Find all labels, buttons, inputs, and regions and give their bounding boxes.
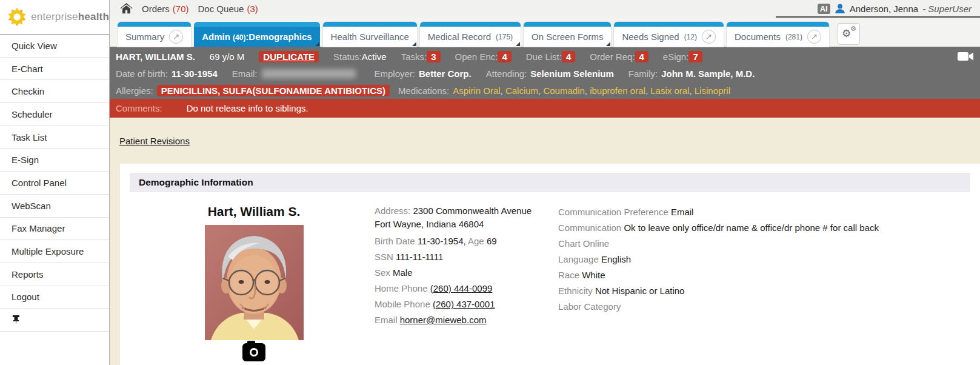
sidebar-item-reports[interactable]: Reports	[0, 263, 109, 286]
esign-label: eSign:	[663, 52, 689, 62]
comments-label: Comments:	[110, 103, 162, 113]
user-area: AI Anderson, Jenna - SuperUser	[818, 3, 980, 14]
tab-dropdown-corner	[315, 42, 319, 46]
patient-photo-column: Hart, William S.	[120, 204, 375, 361]
mobile-phone-link[interactable]: (260) 437-0001	[433, 299, 495, 309]
tab-dropdown-corner	[412, 42, 416, 46]
sidebar-item-scheduler[interactable]: Scheduler	[0, 103, 109, 126]
patient-banner-row-1: HART, WILLIAM S. 69 y/o M DUPLICATE Stat…	[110, 48, 980, 65]
open-enc-count-badge[interactable]: 4	[498, 51, 511, 62]
email-field: Email horner@mieweb.com	[375, 312, 558, 328]
patient-name: HART, WILLIAM S.	[116, 52, 195, 62]
ssn-field: SSN 111-11-1111	[375, 249, 558, 265]
doc-queue-link[interactable]: Doc Queue(3)	[198, 4, 258, 14]
main-content: Patient Revisions Demographic Informatio…	[110, 118, 980, 365]
user-name[interactable]: Anderson, Jenna	[850, 4, 918, 14]
camera-icon	[247, 341, 255, 345]
sidebar-item-multiple-exposure[interactable]: Multiple Exposure	[0, 240, 109, 263]
attending-label: Attending:	[486, 69, 527, 79]
tab-health-surveillance[interactable]: Health Surveillance	[323, 22, 417, 47]
home-phone-link[interactable]: (260) 444-0099	[430, 283, 493, 293]
open-in-new-icon[interactable]: ↗	[702, 30, 716, 44]
tasks-label: Tasks:	[401, 52, 427, 62]
video-camera-icon[interactable]	[958, 51, 974, 62]
chart-tab-bar: Summary ↗ Admin (40):Demographics Health…	[110, 17, 980, 47]
medication-link[interactable]: ibuprofen oral	[590, 85, 645, 96]
due-list-label: Due List:	[526, 52, 562, 62]
medication-link[interactable]: Lasix oral	[650, 85, 689, 96]
chart-online-field: Chart Online	[558, 236, 980, 252]
language-field: Language English	[558, 252, 980, 267]
employer-value: Better Corp.	[419, 69, 472, 79]
duplicate-badge[interactable]: DUPLICATE	[259, 51, 319, 62]
demographics-column-left: Address: 2300 Commonwealth Avenue Fort W…	[375, 204, 558, 361]
patient-age-sex: 69 y/o M	[210, 52, 245, 62]
medication-link[interactable]: Aspirin Oral	[453, 85, 500, 96]
ai-badge[interactable]: AI	[818, 4, 830, 14]
demographics-column-right: Communication Preference Email Communica…	[558, 204, 980, 361]
patient-revisions-link[interactable]: Patient Revisions	[119, 136, 190, 146]
tab-summary[interactable]: Summary ↗	[118, 22, 191, 47]
allergies-badge[interactable]: PENICILLINS, SULFA(SULFONAMIDE ANTIBIOTI…	[157, 85, 390, 96]
esign-count-badge[interactable]: 7	[688, 51, 702, 62]
pushpin-icon	[12, 315, 21, 325]
home-phone-field: Home Phone (260) 444-0099	[375, 281, 558, 296]
sidebar-pin-toggle[interactable]	[0, 309, 109, 332]
email-redacted-value	[262, 69, 356, 78]
sidebar-item-e-chart[interactable]: E-Chart	[0, 58, 109, 81]
tab-settings-button[interactable]: ⚙ ⚙	[838, 23, 860, 45]
user-role: - SuperUser	[922, 4, 972, 14]
tab-admin-demographics[interactable]: Admin (40):Demographics	[194, 22, 319, 47]
tasks-count-badge[interactable]: 3	[427, 51, 440, 62]
tab-medical-record[interactable]: Medical Record (175)	[420, 22, 521, 47]
status-label: Status:	[333, 52, 362, 62]
gear-icon: ⚙	[850, 25, 856, 32]
comments-bar: Comments: Do not release info to sibling…	[110, 99, 980, 118]
sidebar-item-e-sign[interactable]: E-Sign	[0, 149, 109, 172]
upload-photo-button[interactable]	[242, 343, 265, 361]
tab-on-screen-forms[interactable]: On Screen Forms	[524, 22, 611, 47]
labor-category-field: Labor Category	[558, 299, 980, 315]
birth-date-field: Birth Date 11-30-1954, Age 69	[375, 233, 558, 249]
patient-banner-row-2: Date of birth: 11-30-1954 Email: Employe…	[110, 65, 980, 82]
tab-documents[interactable]: Documents (281) ↗	[727, 22, 829, 47]
comments-text: Do not release info to siblings.	[187, 103, 308, 113]
status-value: Active	[362, 52, 387, 62]
sunburst-logo-icon	[7, 4, 27, 30]
banner-email-label: Email:	[232, 69, 258, 79]
user-icon	[835, 3, 845, 14]
sidebar-item-checkin[interactable]: Checkin	[0, 80, 109, 103]
mobile-phone-field: Mobile Phone (260) 437-0001	[375, 296, 558, 312]
due-list-count-badge[interactable]: 4	[562, 51, 575, 62]
patient-banner-row-3: Allergies: PENICILLINS, SULFA(SULFONAMID…	[110, 82, 980, 99]
orders-link[interactable]: Orders(70)	[142, 4, 189, 14]
tab-dropdown-corner	[516, 42, 520, 46]
communication-preference-field: Communication Preference Email	[558, 204, 980, 220]
order-req-count-badge[interactable]: 4	[635, 51, 648, 62]
medication-link[interactable]: Lisinopril	[695, 85, 730, 96]
open-in-new-icon[interactable]: ↗	[807, 30, 821, 44]
top-bar: Orders(70) Doc Queue(3) AI Anderson, Jen…	[110, 0, 980, 17]
tab-needs-signed[interactable]: Needs Signed (12) ↗	[614, 22, 724, 47]
open-in-new-icon[interactable]: ↗	[169, 30, 183, 44]
medication-link[interactable]: Coumadin	[543, 85, 584, 96]
attending-value: Selenium Selenium	[530, 69, 614, 79]
sidebar-item-control-panel[interactable]: Control Panel	[0, 172, 109, 195]
tab-dropdown-corner	[606, 42, 610, 46]
home-icon[interactable]	[120, 3, 133, 15]
sidebar-item-task-list[interactable]: Task List	[0, 126, 109, 149]
order-req-label: Order Req:	[590, 52, 635, 62]
sidebar-item-fax-manager[interactable]: Fax Manager	[0, 218, 109, 241]
gear-icon: ⚙	[842, 28, 851, 39]
email-link[interactable]: horner@mieweb.com	[400, 315, 487, 325]
medication-link[interactable]: Calcium	[505, 85, 538, 96]
dob-value: 11-30-1954	[172, 69, 218, 79]
sidebar: enterprisehealth Quick View E-Chart Chec…	[0, 0, 110, 365]
employer-label: Employer:	[374, 69, 415, 79]
sidebar-item-webscan[interactable]: WebScan	[0, 195, 109, 218]
sidebar-item-quick-view[interactable]: Quick View	[0, 35, 109, 58]
ethnicity-field: Ethnicity Not Hispanic or Latino	[558, 283, 980, 299]
sidebar-item-logout[interactable]: Logout	[0, 286, 109, 309]
medications-list: Aspirin Oral, Calcium, Coumadin, ibuprof…	[453, 85, 730, 96]
open-enc-label: Open Enc:	[455, 52, 498, 62]
